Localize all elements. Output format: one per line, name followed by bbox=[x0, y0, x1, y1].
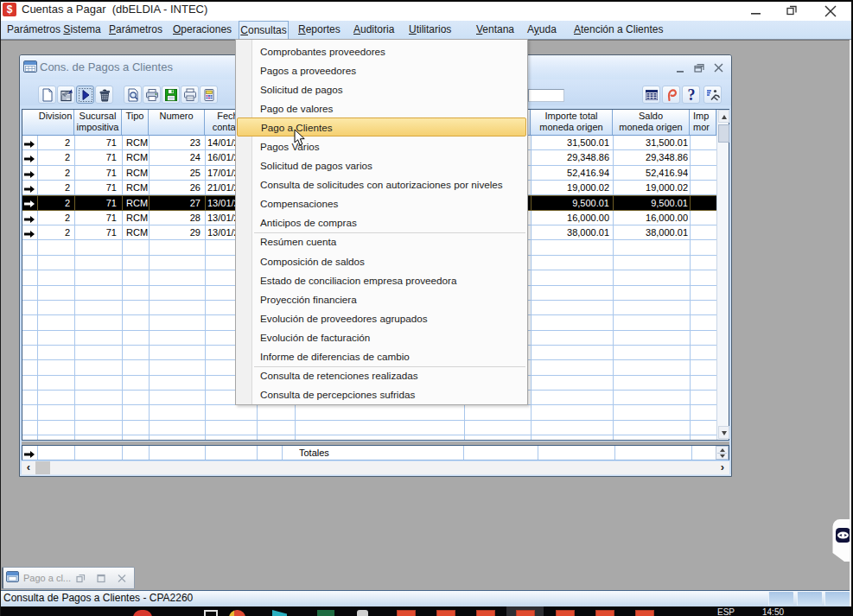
svg-text:?: ? bbox=[688, 88, 696, 102]
